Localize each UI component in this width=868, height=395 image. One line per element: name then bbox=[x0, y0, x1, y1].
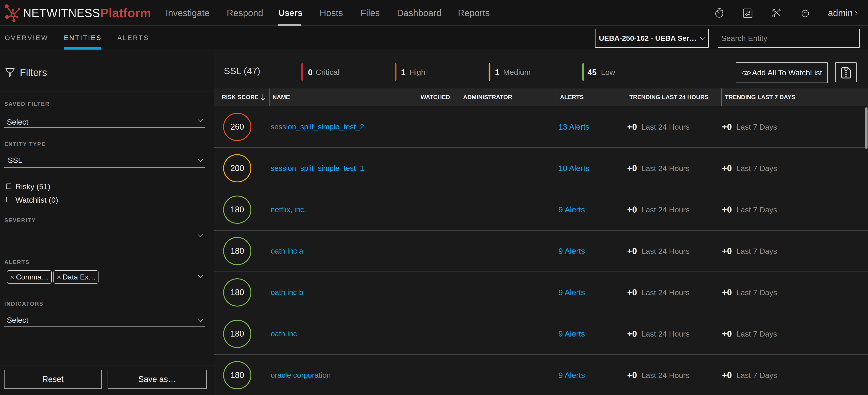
svg-text:?: ? bbox=[804, 11, 807, 16]
